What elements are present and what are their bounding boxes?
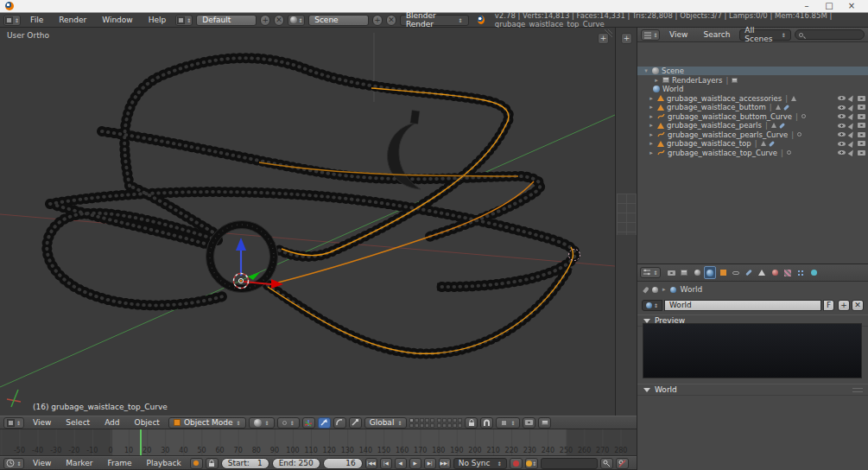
frame-end-field[interactable]: End:250	[272, 458, 320, 469]
lock-to-scene-button[interactable]	[465, 417, 478, 429]
outliner-editor-type-button[interactable]: ⇕	[641, 29, 660, 41]
manipulator-translate-button[interactable]	[318, 417, 331, 429]
renderability-camera-icon[interactable]	[858, 123, 865, 128]
delete-layout-button[interactable]: ✕	[274, 15, 284, 26]
add-scene-button[interactable]: +	[372, 15, 383, 26]
tab-render-layers[interactable]	[678, 266, 690, 279]
outliner-search-input[interactable]	[795, 29, 865, 40]
fake-user-button[interactable]: F	[823, 300, 834, 311]
viewport-editor-type-button[interactable]: ⇕	[3, 417, 24, 429]
visibility-eye-icon[interactable]	[838, 150, 846, 155]
outliner-menu-view[interactable]: View	[663, 30, 694, 39]
expand-toggle-icon[interactable]: ▸	[648, 140, 655, 147]
keying-set-icon-button[interactable]: ⇕	[525, 458, 538, 469]
expand-toggle-icon[interactable]: ▸	[653, 77, 660, 84]
outliner-row-pearls[interactable]: ▸ grubage_waistlace_pearls |	[637, 121, 868, 130]
mode-select[interactable]: Object Mode⇕	[168, 417, 246, 429]
visibility-eye-icon[interactable]	[838, 142, 846, 146]
screen-layout-icon-button[interactable]: ⇕	[175, 15, 193, 26]
tab-modifiers[interactable]	[743, 266, 755, 279]
tab-texture[interactable]	[782, 266, 794, 279]
snap-element-select[interactable]: ⇕	[496, 417, 520, 429]
jump-prev-keyframe-button[interactable]: |◀	[380, 458, 392, 469]
screen-layout-select[interactable]: Default	[196, 15, 257, 26]
toolshelf-expand-button[interactable]: +	[598, 33, 609, 44]
manipulator-axes-button[interactable]	[302, 417, 315, 429]
maximize-button[interactable]: □	[818, 0, 840, 12]
tab-particles[interactable]	[795, 266, 807, 279]
minimize-button[interactable]: –	[795, 0, 818, 12]
layers-group-2[interactable]	[437, 418, 462, 428]
outliner-row-accessories[interactable]: ▸ grubage_waistlace_accessories |	[637, 94, 868, 103]
outliner-row-buttom-curve[interactable]: ▸ grubage_waistlace_buttom_Curve |	[637, 112, 868, 121]
timeline-ruler[interactable]: -50-40-30-20-100102030405060708090100110…	[0, 429, 637, 456]
visibility-eye-icon[interactable]	[838, 114, 846, 118]
outliner-menu-search[interactable]: Search	[697, 30, 736, 39]
renderability-camera-icon[interactable]	[858, 132, 865, 137]
menu-help[interactable]: Help	[143, 16, 173, 24]
frame-start-field[interactable]: Start:1	[221, 458, 269, 469]
new-world-button[interactable]: +	[838, 300, 850, 311]
timeline-menu-marker[interactable]: Marker	[60, 459, 98, 467]
manipulator-scale-button[interactable]	[349, 417, 362, 429]
renderability-camera-icon[interactable]	[858, 96, 865, 101]
world-name-field[interactable]: World	[664, 300, 821, 311]
tab-constraints[interactable]	[730, 266, 742, 279]
timeline-menu-view[interactable]: View	[27, 459, 57, 467]
outliner-row-top[interactable]: ▸ grubage_waistlace_top |	[637, 139, 868, 148]
play-button[interactable]: ▶	[409, 458, 421, 469]
pivot-select[interactable]: ⇕	[277, 417, 300, 429]
play-reverse-button[interactable]: ◀	[395, 458, 407, 469]
shading-select[interactable]: ⇕	[249, 417, 275, 429]
blender-splash-icon[interactable]	[478, 16, 485, 24]
tab-physics[interactable]	[808, 266, 820, 279]
strip-expand-button[interactable]: +	[621, 33, 632, 44]
outliner-row-scene[interactable]: ▾ Scene	[637, 67, 868, 75]
close-button[interactable]: ×	[840, 0, 863, 12]
lock-playhead-button[interactable]	[206, 458, 219, 469]
current-frame-field[interactable]: 16	[323, 458, 363, 469]
render-opengl-button[interactable]	[523, 417, 535, 429]
render-opengl-anim-button[interactable]	[538, 417, 551, 429]
properties-editor-type-button[interactable]: ⇕	[640, 267, 661, 278]
delete-keyframe-button[interactable]	[616, 458, 629, 469]
scene-select[interactable]: Scene	[308, 15, 369, 26]
menu-file[interactable]: File	[24, 16, 49, 24]
visibility-eye-icon[interactable]	[838, 124, 846, 128]
outliner-row-top-curve[interactable]: ▸ grubage_waistlace_top_Curve |	[637, 149, 868, 157]
selectability-cursor-icon[interactable]	[848, 94, 856, 102]
menu-window[interactable]: Window	[96, 16, 139, 24]
viewport-menu-select[interactable]: Select	[60, 418, 96, 427]
expand-toggle-icon[interactable]: ▸	[648, 149, 655, 156]
jump-to-start-button[interactable]: |◀◀	[365, 458, 377, 469]
selectability-cursor-icon[interactable]	[848, 149, 856, 156]
auto-keyframe-button[interactable]	[510, 458, 523, 469]
add-layout-button[interactable]: +	[260, 15, 270, 26]
expand-toggle-icon[interactable]: ▾	[643, 67, 649, 74]
datablock-browse-button[interactable]: ⇕	[642, 300, 662, 311]
expand-toggle-icon[interactable]: ▸	[648, 95, 655, 102]
viewport-3d[interactable]: User Ortho (16) grubage_waistlace_top_Cu…	[0, 28, 615, 416]
tab-material[interactable]	[769, 266, 781, 279]
visibility-eye-icon[interactable]	[838, 96, 846, 100]
av-sync-select[interactable]: No Sync⇕	[453, 458, 507, 469]
active-keying-set-field[interactable]	[541, 458, 598, 469]
delete-scene-button[interactable]: ✕	[386, 15, 396, 26]
jump-to-end-button[interactable]: ▶▶|	[439, 458, 451, 469]
renderability-camera-icon[interactable]	[858, 114, 865, 119]
timeline-editor-type-button[interactable]: ⇕	[3, 458, 24, 469]
selectability-cursor-icon[interactable]	[848, 103, 856, 111]
render-engine-select[interactable]: Blender Render⇕	[400, 15, 469, 26]
snap-magnet-button[interactable]	[480, 417, 493, 429]
viewport-split-strip[interactable]: +	[615, 28, 637, 416]
world-panel-header[interactable]: World	[637, 384, 868, 396]
tab-render[interactable]	[665, 266, 677, 279]
expand-toggle-icon[interactable]: ▸	[648, 131, 655, 138]
manipulator-rotate-button[interactable]	[333, 417, 346, 429]
expand-toggle-icon[interactable]: ▸	[648, 113, 655, 120]
transform-orientation-select[interactable]: Global⇕	[364, 417, 408, 429]
outliner-row-renderlayers[interactable]: ▸ RenderLayers |	[637, 76, 868, 85]
tab-object-data[interactable]	[756, 266, 768, 279]
pin-icon[interactable]	[643, 286, 649, 293]
timeline-playhead[interactable]	[140, 429, 142, 456]
